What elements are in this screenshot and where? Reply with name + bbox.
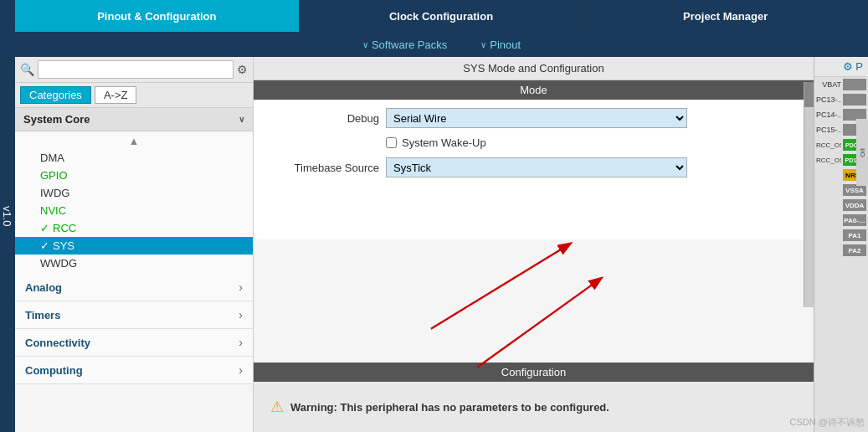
section-analog[interactable]: Analog › (15, 274, 253, 301)
check-icon-sys: ✓ (40, 239, 49, 252)
software-packs-menu[interactable]: ∨ Software Packs (362, 39, 447, 51)
tab-categories[interactable]: Categories (20, 86, 91, 104)
category-tabs: Categories A->Z (15, 83, 253, 108)
item-sys[interactable]: ✓ SYS (15, 237, 253, 255)
item-wwdg[interactable]: WWDG (15, 255, 253, 272)
mode-section-header: Mode (254, 80, 814, 100)
category-groups: System Core ∨ ▲ DMA GPIO IWDG (15, 108, 253, 432)
search-icon: 🔍 (20, 63, 34, 76)
item-nvic[interactable]: NVIC (15, 202, 253, 219)
version-label: v1.0 (0, 0, 15, 432)
center-panel: SYS Mode and Configuration Mode Debug Se… (254, 57, 814, 432)
right-panel: ⚙ P VBAT PC13-… PC14-… (814, 57, 868, 432)
pinout-menu[interactable]: ∨ Pinout (480, 39, 521, 51)
wake-up-row: System Wake-Up (386, 136, 797, 149)
center-scrollbar[interactable] (804, 82, 814, 307)
warning-box: ⚠ Warning: This peripheral has no parame… (254, 382, 814, 432)
system-core-group[interactable]: System Core ∨ (15, 108, 253, 131)
system-core-chevron: ∨ (239, 115, 244, 124)
panel-title: SYS Mode and Configuration (254, 57, 814, 80)
right-top-button[interactable]: ⚙ P (814, 57, 868, 77)
warning-text: Warning: This peripheral has no paramete… (290, 401, 609, 414)
sub-toolbar: ∨ Software Packs ∨ Pinout (15, 32, 868, 57)
section-computing[interactable]: Computing › (15, 357, 253, 384)
timebase-select[interactable]: SysTick (386, 157, 687, 177)
config-section-header: Configuration (254, 363, 814, 382)
check-icon: ✓ (40, 222, 49, 234)
tab-pinout[interactable]: Pinout & Configuration (15, 0, 300, 32)
item-dma[interactable]: DMA (15, 149, 253, 167)
search-bar: 🔍 ⚙ (15, 57, 253, 83)
vertical-text: I/O (856, 119, 868, 186)
wake-up-checkbox[interactable] (386, 137, 397, 148)
pin-pa2: PA2 (814, 243, 868, 258)
pin-pc13: PC13-… (814, 92, 868, 107)
section-connectivity[interactable]: Connectivity › (15, 329, 253, 357)
pin-pa1: PA1 (814, 228, 868, 243)
timebase-row: Timebase Source SysTick (270, 157, 797, 177)
timers-arrow: › (239, 308, 243, 321)
warning-icon: ⚠ (270, 398, 284, 416)
section-timers[interactable]: Timers › (15, 301, 253, 329)
search-input[interactable] (38, 60, 234, 79)
pin-list: VBAT PC13-… PC14-… PC15-… (814, 77, 868, 432)
tab-az[interactable]: A->Z (95, 86, 137, 104)
tab-project[interactable]: Project Manager (583, 0, 868, 32)
system-core-items: ▲ DMA GPIO IWDG NVIC (15, 131, 253, 274)
item-rcc[interactable]: ✓ RCC (15, 219, 253, 237)
pin-vbat: VBAT (814, 77, 868, 92)
debug-row: Debug Serial Wire (270, 108, 797, 128)
wake-up-label: System Wake-Up (402, 136, 486, 149)
pin-pa0: PA0-… (814, 213, 868, 228)
debug-select[interactable]: Serial Wire (386, 108, 687, 128)
pin-vdda: VDDA (814, 198, 868, 213)
connectivity-arrow: › (239, 336, 243, 349)
left-panel: 🔍 ⚙ Categories A->Z System Core (15, 57, 254, 432)
gear-icon[interactable]: ⚙ (237, 63, 248, 76)
top-tabs: Pinout & Configuration Clock Configurati… (15, 0, 868, 32)
mode-content: Debug Serial Wire System Wake-Up Timebas… (254, 100, 814, 239)
computing-arrow: › (239, 363, 243, 377)
scroll-up[interactable]: ▲ (15, 133, 253, 149)
csdn-watermark: CSDN @诗不诉愁 (790, 416, 865, 429)
analog-arrow: › (239, 280, 243, 294)
tab-clock[interactable]: Clock Configuration (300, 0, 584, 32)
debug-label: Debug (270, 112, 379, 125)
item-gpio[interactable]: GPIO (15, 167, 253, 184)
item-iwdg[interactable]: IWDG (15, 184, 253, 202)
timebase-label: Timebase Source (270, 162, 379, 174)
